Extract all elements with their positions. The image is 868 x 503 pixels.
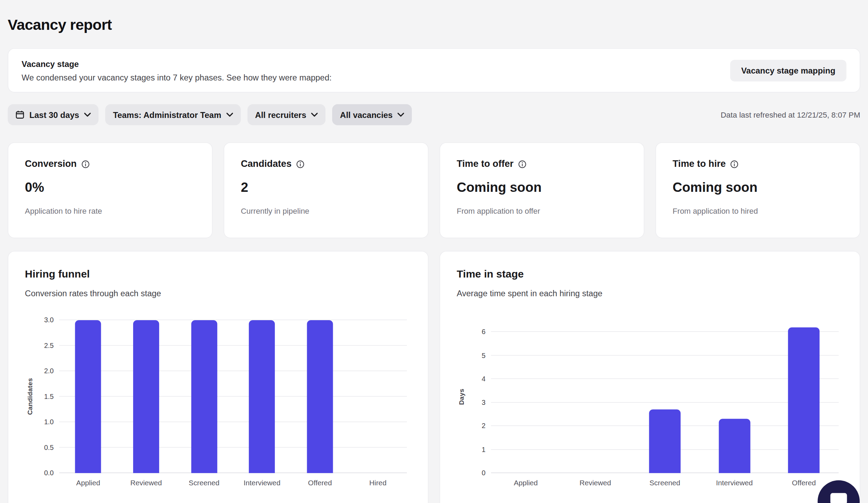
y-tick-label: 2.0 [44, 367, 54, 375]
y-tick-label: 1 [481, 446, 485, 453]
y-tick-label: 1.0 [44, 418, 54, 426]
vacancies-filter-label: All vacancies [340, 110, 393, 119]
stat-label-text: Time to offer [457, 159, 513, 170]
gridline [59, 447, 407, 448]
stat-subtitle: Currently in pipeline [241, 207, 411, 216]
vacancy-stage-banner: Vacancy stage We condensed your vacancy … [8, 48, 860, 93]
stat-value: Coming soon [457, 179, 627, 195]
y-tick-label: 2 [481, 422, 485, 430]
y-tick-label: 0.0 [44, 469, 54, 477]
chevron-down-icon [398, 112, 404, 117]
stat-value: 0% [25, 179, 196, 195]
info-icon[interactable] [296, 160, 304, 168]
gridline [59, 396, 407, 397]
banner-text-block: Vacancy stage We condensed your vacancy … [21, 59, 331, 82]
info-icon[interactable] [518, 160, 526, 168]
y-tick-label: 3.0 [44, 316, 54, 324]
gridline [491, 402, 839, 403]
y-tick-label: 5 [481, 352, 485, 359]
stat-label-text: Conversion [25, 159, 77, 170]
vacancy-report-page: Vacancy report Vacancy stage We condense… [0, 0, 868, 503]
stat-value: Coming soon [672, 179, 843, 195]
y-axis-label: Candidates [25, 320, 35, 473]
chart-title: Time in stage [457, 268, 843, 280]
x-tick-label: Screened [649, 479, 680, 487]
stat-subtitle: Application to hire rate [25, 207, 196, 216]
info-icon[interactable] [81, 160, 89, 168]
gridline [59, 472, 407, 473]
y-tick-label: 2.5 [44, 342, 54, 349]
date-range-label: Last 30 days [29, 110, 79, 119]
gridline [491, 355, 839, 356]
stats-row: Conversion 0% Application to hire rate C… [8, 142, 860, 238]
banner-title: Vacancy stage [21, 59, 331, 68]
banner-description: We condensed your vacancy stages into 7 … [21, 72, 331, 82]
gridline [59, 370, 407, 371]
x-tick-label: Reviewed [580, 479, 611, 487]
stat-card-time-to-offer: Time to offer Coming soon From applicati… [440, 142, 644, 238]
info-icon[interactable] [730, 160, 738, 168]
x-tick-label: Applied [76, 479, 100, 487]
stat-subtitle: From application to offer [457, 207, 627, 216]
x-tick-label: Interviewed [244, 479, 280, 487]
teams-filter-label: Teams: Administrator Team [113, 110, 221, 119]
y-axis-label: Days [457, 320, 467, 473]
gridline [59, 421, 407, 422]
stat-card-time-to-hire: Time to hire Coming soon From applicatio… [656, 142, 860, 238]
bar-reviewed[interactable] [133, 320, 159, 473]
bar-interviewed[interactable] [249, 320, 275, 473]
stat-card-candidates: Candidates 2 Currently in pipeline [224, 142, 428, 238]
gridline [491, 331, 839, 332]
stat-label: Conversion [25, 159, 196, 170]
chevron-down-icon [84, 112, 91, 117]
bar-interviewed[interactable] [719, 419, 750, 473]
filter-bar: Last 30 days Teams: Administrator Team A… [8, 104, 860, 125]
x-tick-label: Hired [369, 479, 387, 487]
y-tick-label: 0 [481, 469, 485, 477]
bar-offered[interactable] [788, 327, 820, 473]
time-in-stage-chart: Days 0123456AppliedReviewedScreenedInter… [457, 320, 843, 493]
charts-row: Hiring funnel Conversion rates through e… [8, 251, 860, 503]
recruiters-filter[interactable]: All recruiters [247, 104, 326, 125]
bar-screened[interactable] [191, 320, 217, 473]
recruiters-filter-label: All recruiters [255, 110, 306, 119]
page-title: Vacancy report [8, 0, 860, 34]
stat-label: Time to hire [672, 159, 843, 170]
date-range-filter[interactable]: Last 30 days [8, 104, 98, 125]
gridline [59, 345, 407, 346]
y-tick-label: 4 [481, 375, 485, 383]
chevron-down-icon [311, 112, 318, 117]
x-tick-label: Applied [514, 479, 538, 487]
y-tick-label: 3 [481, 399, 485, 406]
plot-area: 0123456AppliedReviewedScreenedInterviewe… [491, 320, 839, 473]
x-tick-label: Offered [792, 479, 816, 487]
vacancy-stage-mapping-button[interactable]: Vacancy stage mapping [730, 60, 846, 81]
teams-filter[interactable]: Teams: Administrator Team [105, 104, 241, 125]
chart-title: Hiring funnel [25, 268, 411, 280]
stat-card-conversion: Conversion 0% Application to hire rate [8, 142, 212, 238]
chart-subtitle: Average time spent in each hiring stage [457, 289, 843, 298]
bar-applied[interactable] [75, 320, 101, 473]
bar-offered[interactable] [307, 320, 333, 473]
x-tick-label: Reviewed [130, 479, 162, 487]
chart-subtitle: Conversion rates through each stage [25, 289, 411, 298]
bar-screened[interactable] [649, 410, 680, 473]
chevron-down-icon [226, 112, 233, 117]
gridline [491, 378, 839, 379]
y-tick-label: 6 [481, 328, 485, 336]
stat-label: Time to offer [457, 159, 627, 170]
stat-label-text: Time to hire [672, 159, 726, 170]
stat-label-text: Candidates [241, 159, 292, 170]
time-in-stage-card: Time in stage Average time spent in each… [440, 251, 860, 503]
hiring-funnel-chart: Candidates 0.00.51.01.52.02.53.0AppliedR… [25, 320, 411, 493]
stat-label: Candidates [241, 159, 411, 170]
vacancies-filter[interactable]: All vacancies [332, 104, 412, 125]
x-tick-label: Screened [189, 479, 219, 487]
calendar-icon [16, 110, 25, 119]
chat-bubble-icon [829, 491, 848, 503]
y-tick-label: 0.5 [44, 444, 54, 451]
hiring-funnel-card: Hiring funnel Conversion rates through e… [8, 251, 428, 503]
gridline [59, 319, 407, 320]
x-tick-label: Interviewed [716, 479, 753, 487]
y-tick-label: 1.5 [44, 393, 54, 400]
